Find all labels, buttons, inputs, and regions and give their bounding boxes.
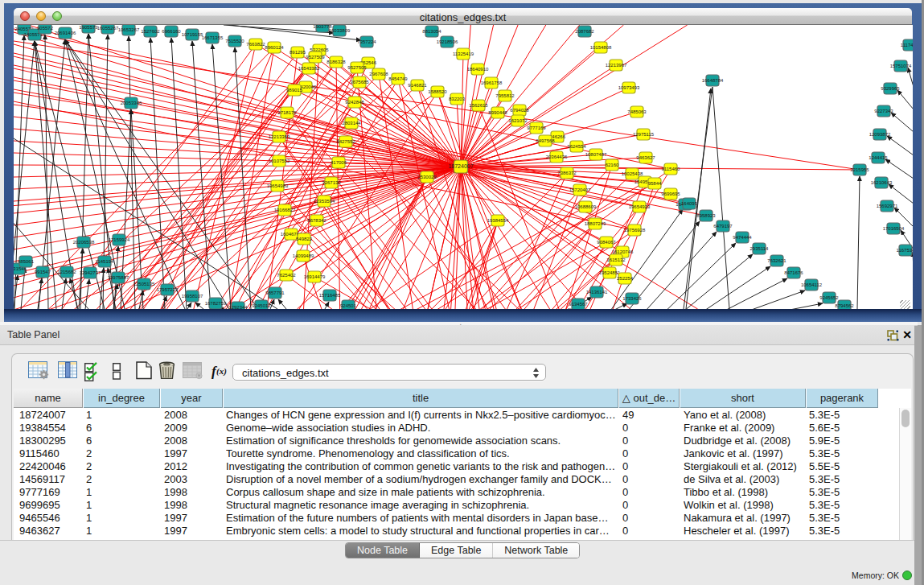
svg-text:16543382: 16543382 xyxy=(298,66,320,71)
svg-text:7625402: 7625402 xyxy=(277,273,296,278)
svg-text:549822: 549822 xyxy=(296,237,313,241)
svg-text:8958923: 8958923 xyxy=(696,213,716,218)
svg-text:991547: 991547 xyxy=(35,270,51,274)
svg-text:9227343: 9227343 xyxy=(874,109,893,113)
svg-text:905572: 905572 xyxy=(37,26,54,31)
svg-text:1244415: 1244415 xyxy=(869,155,888,160)
svg-text:17957223: 17957223 xyxy=(157,287,179,292)
svg-text:16648784: 16648784 xyxy=(702,78,724,83)
svg-text:10654112: 10654112 xyxy=(801,282,823,287)
svg-text:9527509: 9527509 xyxy=(306,55,325,60)
svg-text:19384554: 19384554 xyxy=(487,218,509,223)
svg-text:15716485: 15716485 xyxy=(319,293,341,298)
svg-text:15751074: 15751074 xyxy=(890,64,912,68)
svg-text:2967608: 2967608 xyxy=(369,72,388,76)
svg-text:9777169: 9777169 xyxy=(527,126,546,130)
svg-text:2803144: 2803144 xyxy=(342,121,361,126)
svg-text:2935114: 2935114 xyxy=(750,246,770,251)
svg-text:12213967: 12213967 xyxy=(606,63,627,68)
svg-text:8186328: 8186328 xyxy=(326,60,346,64)
svg-text:19958107: 19958107 xyxy=(182,294,203,299)
svg-text:7485063: 7485063 xyxy=(627,109,647,114)
svg-text:9699695: 9699695 xyxy=(661,192,680,196)
svg-text:20206538: 20206538 xyxy=(73,240,95,245)
svg-text:12505135: 12505135 xyxy=(133,282,155,286)
svg-text:20364436: 20364436 xyxy=(546,154,568,159)
svg-text:16961758: 16961758 xyxy=(481,80,503,85)
svg-text:15692971: 15692971 xyxy=(877,204,898,208)
svg-text:7515520: 7515520 xyxy=(225,39,244,43)
svg-text:20053346: 20053346 xyxy=(121,101,142,105)
svg-text:18640910: 18640910 xyxy=(467,67,489,72)
svg-text:19166827: 19166827 xyxy=(274,208,296,212)
svg-text:9242848: 9242848 xyxy=(345,100,364,105)
svg-text:7663822: 7663822 xyxy=(246,42,265,47)
svg-text:19756928: 19756928 xyxy=(624,228,646,233)
svg-text:16210643: 16210643 xyxy=(871,180,893,185)
svg-text:2718176: 2718176 xyxy=(277,110,297,115)
svg-text:8813054: 8813054 xyxy=(422,29,441,34)
svg-text:1733426: 1733426 xyxy=(622,296,642,301)
svg-text:14099489: 14099489 xyxy=(293,253,314,258)
svg-text:(x): (x) xyxy=(216,366,227,377)
svg-text:9463627: 9463627 xyxy=(636,155,655,160)
svg-text:485061: 485061 xyxy=(18,259,35,264)
svg-text:3675685: 3675685 xyxy=(350,80,369,84)
svg-text:12093872: 12093872 xyxy=(869,132,891,137)
svg-text:417006: 417006 xyxy=(331,160,347,165)
svg-text:95844: 95844 xyxy=(648,181,662,186)
svg-text:9134567: 9134567 xyxy=(569,302,588,307)
svg-text:18807249: 18807249 xyxy=(585,221,606,226)
svg-text:12353594: 12353594 xyxy=(314,199,335,204)
svg-text:10025438: 10025438 xyxy=(622,171,643,176)
svg-text:7955812: 7955812 xyxy=(495,93,515,98)
svg-text:1562615: 1562615 xyxy=(469,103,488,108)
svg-text:1615132: 1615132 xyxy=(606,257,626,262)
svg-text:252254: 252254 xyxy=(617,276,634,281)
svg-text:9857791: 9857791 xyxy=(265,290,285,295)
svg-text:16055267: 16055267 xyxy=(97,26,119,31)
svg-text:891295: 891295 xyxy=(290,50,306,55)
svg-text:8454749: 8454749 xyxy=(388,76,408,81)
svg-text:16120746: 16120746 xyxy=(612,249,634,254)
svg-text:9084067: 9084067 xyxy=(597,240,616,245)
svg-text:19654983: 19654983 xyxy=(267,183,289,188)
svg-text:9527505: 9527505 xyxy=(347,65,367,70)
svg-text:1621072: 1621072 xyxy=(508,118,528,123)
svg-text:1145194: 1145194 xyxy=(96,259,115,264)
svg-text:164095: 164095 xyxy=(681,201,698,206)
svg-text:9115460: 9115460 xyxy=(662,167,681,171)
svg-text:9146821: 9146821 xyxy=(408,83,427,88)
svg-text:12213389: 12213389 xyxy=(269,134,290,139)
svg-text:3624554: 3624554 xyxy=(567,144,586,149)
svg-text:1905573: 1905573 xyxy=(79,25,98,30)
svg-text:1167534: 1167534 xyxy=(897,248,913,253)
svg-text:17016504: 17016504 xyxy=(883,226,905,231)
svg-text:8427552: 8427552 xyxy=(336,139,355,144)
svg-text:19218506: 19218506 xyxy=(437,39,458,44)
svg-text:9474444: 9474444 xyxy=(733,235,752,240)
svg-text:10107552: 10107552 xyxy=(269,159,290,163)
svg-text:924501: 924501 xyxy=(340,303,357,308)
svg-text:7632621: 7632621 xyxy=(767,258,786,263)
svg-text:10973493: 10973493 xyxy=(618,85,640,90)
svg-text:8794562: 8794562 xyxy=(835,303,854,308)
svg-text:6479197: 6479197 xyxy=(713,224,733,229)
svg-text:10154808: 10154808 xyxy=(590,45,612,50)
svg-text:8678342: 8678342 xyxy=(307,218,326,223)
svg-text:1215682: 1215682 xyxy=(57,270,76,274)
svg-text:62160: 62160 xyxy=(606,163,619,167)
svg-text:989015: 989015 xyxy=(286,88,303,93)
svg-text:12975115: 12975115 xyxy=(633,132,655,137)
svg-text:19975887: 19975887 xyxy=(108,275,129,280)
svg-text:9245652: 9245652 xyxy=(819,295,839,300)
svg-text:10719155: 10719155 xyxy=(182,32,203,37)
svg-text:16671355: 16671355 xyxy=(202,35,224,40)
svg-text:10807487: 10807487 xyxy=(585,152,607,157)
svg-text:8471676: 8471676 xyxy=(784,270,803,275)
svg-text:9245012: 9245012 xyxy=(252,303,271,308)
svg-text:832203: 832203 xyxy=(449,97,466,101)
svg-text:15720407: 15720407 xyxy=(569,187,591,192)
svg-text:10688609: 10688609 xyxy=(575,204,597,209)
svg-text:3267130: 3267130 xyxy=(322,180,341,185)
